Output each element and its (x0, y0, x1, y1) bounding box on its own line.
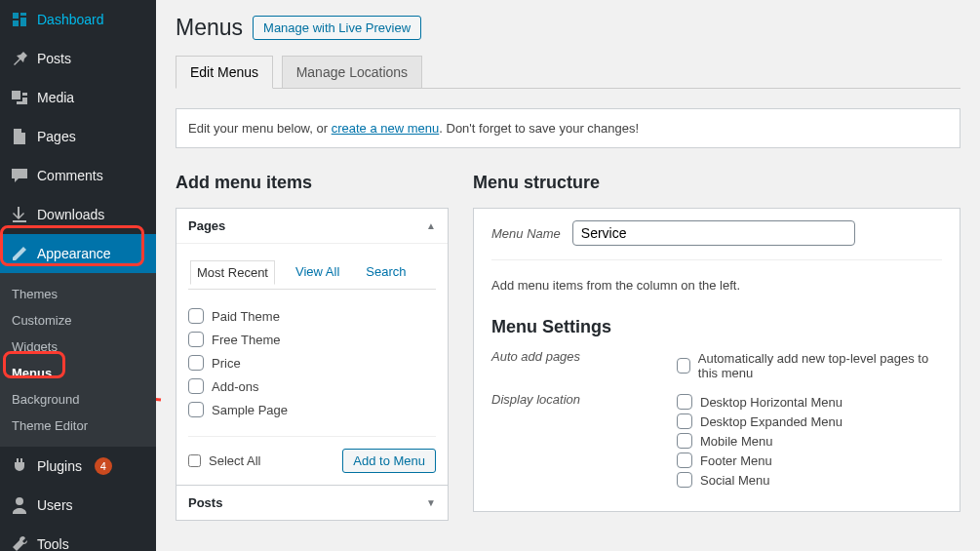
accordion-posts-head[interactable]: Posts ▼ (176, 486, 448, 520)
admin-sidebar: Dashboard Posts Media Pages Comments Dow… (0, 0, 156, 551)
location-checkbox[interactable] (677, 453, 692, 468)
menu-structure-box: Menu Name Add menu items from the column… (473, 208, 960, 512)
option-label: Social Menu (700, 473, 770, 488)
list-item: Price (188, 351, 436, 374)
comments-icon (10, 166, 29, 185)
media-icon (10, 88, 29, 107)
submenu-item-menus[interactable]: Menus (0, 360, 156, 386)
sidebar-item-label: Users (37, 497, 73, 513)
appearance-icon (10, 244, 29, 263)
plugins-icon (10, 456, 29, 476)
sidebar-item-posts[interactable]: Posts (0, 39, 156, 78)
tab-edit-menus[interactable]: Edit Menus (176, 56, 273, 89)
pages-icon (10, 127, 29, 146)
accordion-title: Posts (188, 495, 222, 510)
sidebar-item-label: Dashboard (37, 12, 104, 27)
submenu-item-customize[interactable]: Customize (0, 307, 156, 334)
create-new-menu-link[interactable]: create a new menu (332, 121, 440, 136)
pages-tabs: Most Recent View All Search (188, 256, 436, 290)
sidebar-item-label: Appearance (37, 246, 111, 261)
option-label: Mobile Menu (700, 434, 772, 449)
setting-option[interactable]: Social Menu (677, 470, 942, 490)
setting-option[interactable]: Footer Menu (677, 451, 942, 470)
menu-name-input[interactable] (572, 220, 855, 246)
sidebar-item-dashboard[interactable]: Dashboard (0, 0, 156, 39)
pages-tab-search[interactable]: Search (360, 260, 412, 284)
location-checkbox[interactable] (677, 472, 692, 488)
sidebar-item-label: Plugins (37, 458, 82, 474)
notice-post: . Don't forget to save your changes! (439, 121, 639, 136)
list-item: Sample Page (188, 398, 436, 421)
page-checkbox[interactable] (188, 332, 204, 347)
setting-option[interactable]: Desktop Horizontal Menu (677, 392, 942, 412)
select-all-row[interactable]: Select All (188, 453, 260, 468)
downloads-icon (10, 205, 29, 224)
select-all-checkbox[interactable] (188, 454, 201, 467)
pin-icon (10, 49, 29, 68)
list-item: Paid Theme (188, 304, 436, 328)
list-item: Add-ons (188, 374, 436, 398)
option-label: Desktop Horizontal Menu (700, 395, 843, 410)
pages-list: Paid Theme Free Theme Price Add-ons Samp… (188, 299, 436, 426)
pages-tab-view-all[interactable]: View All (290, 260, 345, 284)
sidebar-item-pages[interactable]: Pages (0, 117, 156, 156)
display-location-label: Display location (491, 392, 677, 490)
page-label: Sample Page (212, 403, 288, 417)
dashboard-icon (10, 10, 29, 29)
sidebar-item-appearance[interactable]: Appearance (0, 234, 156, 273)
location-checkbox[interactable] (677, 394, 692, 410)
setting-option[interactable]: Automatically add new top-level pages to… (677, 349, 942, 382)
add-menu-items-heading: Add menu items (176, 173, 449, 193)
setting-option[interactable]: Desktop Expanded Menu (677, 412, 942, 431)
sidebar-item-downloads[interactable]: Downloads (0, 195, 156, 234)
sidebar-item-users[interactable]: Users (0, 486, 156, 525)
location-checkbox[interactable] (677, 413, 692, 429)
auto-add-pages-label: Auto add pages (491, 349, 677, 382)
notice-pre: Edit your menu below, or (188, 121, 332, 136)
tools-icon (10, 534, 29, 551)
sidebar-item-label: Pages (37, 129, 76, 144)
accordion-title: Pages (188, 218, 225, 233)
sidebar-item-media[interactable]: Media (0, 78, 156, 117)
submenu-item-themes[interactable]: Themes (0, 281, 156, 307)
main-content: Menus Manage with Live Preview Edit Menu… (156, 0, 980, 551)
menu-structure-heading: Menu structure (473, 173, 960, 193)
sidebar-item-plugins[interactable]: Plugins 4 (0, 447, 156, 486)
option-label: Footer Menu (700, 453, 772, 468)
setting-option[interactable]: Mobile Menu (677, 431, 942, 451)
sidebar-item-label: Media (37, 90, 74, 105)
accordion-pages-head[interactable]: Pages ▲ (176, 209, 448, 244)
sidebar-item-label: Downloads (37, 207, 104, 222)
auto-add-checkbox[interactable] (677, 358, 690, 374)
page-checkbox[interactable] (188, 402, 204, 417)
page-label: Add-ons (212, 379, 258, 394)
menu-settings-heading: Menu Settings (491, 317, 942, 337)
sidebar-item-comments[interactable]: Comments (0, 156, 156, 195)
notice: Edit your menu below, or create a new me… (176, 108, 960, 148)
submenu-item-background[interactable]: Background (0, 386, 156, 413)
add-to-menu-button[interactable]: Add to Menu (342, 449, 436, 473)
chevron-up-icon: ▲ (426, 220, 436, 231)
sidebar-item-label: Comments (37, 168, 103, 183)
page-checkbox[interactable] (188, 308, 204, 324)
page-label: Paid Theme (212, 309, 280, 324)
sidebar-item-tools[interactable]: Tools (0, 525, 156, 551)
manage-live-preview-button[interactable]: Manage with Live Preview (253, 16, 421, 40)
annotation-arrow (156, 361, 166, 410)
plugin-update-badge: 4 (95, 457, 112, 475)
nav-tabs: Edit Menus Manage Locations (176, 56, 960, 89)
location-checkbox[interactable] (677, 433, 692, 449)
users-icon (10, 495, 29, 515)
pages-tab-most-recent[interactable]: Most Recent (190, 260, 275, 285)
submenu-item-theme-editor[interactable]: Theme Editor (0, 413, 156, 439)
accordion-pages: Pages ▲ Most Recent View All Search Paid… (176, 208, 449, 486)
option-label: Desktop Expanded Menu (700, 414, 843, 429)
submenu-item-widgets[interactable]: Widgets (0, 334, 156, 360)
page-checkbox[interactable] (188, 378, 204, 394)
page-label: Price (212, 356, 241, 371)
page-label: Free Theme (212, 333, 281, 347)
chevron-down-icon: ▼ (426, 497, 436, 508)
page-checkbox[interactable] (188, 355, 204, 371)
page-title: Menus (176, 15, 243, 41)
tab-manage-locations[interactable]: Manage Locations (282, 56, 422, 89)
